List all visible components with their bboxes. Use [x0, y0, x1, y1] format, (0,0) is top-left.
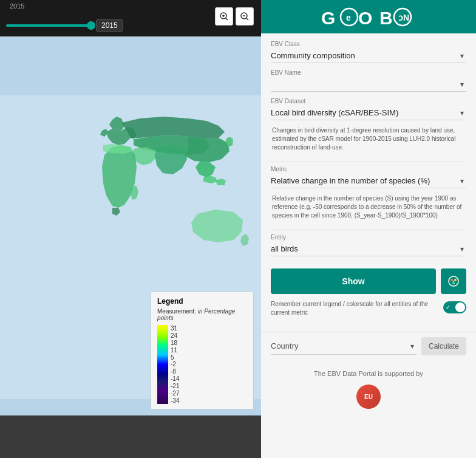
ebv-class-label: EBV Class	[271, 41, 466, 47]
ebv-dataset-group: EBV Dataset Local bird diversity (cSAR/B…	[271, 98, 466, 120]
legend-box: Legend Measurement: in Percentage points…	[151, 292, 254, 409]
zoom-out-icon	[240, 12, 249, 21]
right-panel: G e O B ɔN EBV Class Community compositi…	[261, 0, 476, 458]
geo-bon-logo: G e O B ɔN	[320, 5, 417, 29]
toggle-switch[interactable]: ✓	[443, 301, 466, 313]
sponsor-logos: EU	[271, 385, 466, 409]
ebv-class-group: EBV Class Community composition	[271, 41, 466, 63]
legend-value-31: 31	[171, 325, 179, 332]
zoom-in-icon	[220, 12, 228, 21]
ebv-dataset-select-wrapper: Local bird diversity (cSAR/BES-SIM)	[271, 106, 466, 120]
ebv-name-label: EBV Name	[271, 69, 466, 76]
timeline-year-label: 2015	[10, 2, 24, 10]
metric-group: Metric Relative change in the number of …	[271, 166, 466, 188]
legend-title: Legend	[157, 297, 247, 306]
app-header: G e O B ɔN	[261, 0, 476, 33]
divider-1	[271, 162, 466, 162]
ebv-dataset-select[interactable]: Local bird diversity (cSAR/BES-SIM)	[271, 106, 466, 120]
legend-value-11: 11	[171, 347, 179, 354]
entity-select[interactable]: all birds	[271, 242, 466, 256]
zoom-controls	[215, 7, 254, 26]
action-row: Show	[271, 268, 466, 294]
metric-description: Relative change in the number of species…	[271, 194, 466, 220]
ebv-class-select[interactable]: Community composition	[271, 49, 466, 63]
svg-text:G: G	[321, 8, 335, 28]
footer-section: The EBV Data Portal is supported by EU	[261, 360, 476, 419]
show-button[interactable]: Show	[271, 268, 436, 294]
legend-labels: 31 24 18 11 5 -2 -8 -14 -21 -27 -34	[171, 325, 179, 404]
svg-point-17	[454, 279, 457, 281]
legend-value--8: -8	[171, 368, 179, 375]
legend-measurement-label: Measurement:	[157, 308, 196, 315]
sponsor-logo-1: EU	[356, 385, 381, 409]
svg-line-3	[226, 18, 228, 21]
timeline-track[interactable]	[6, 24, 91, 27]
entity-group: Entity all birds	[271, 234, 466, 256]
legend-value--2: -2	[171, 361, 179, 367]
timeline-bar: 2015 2015	[0, 0, 261, 36]
legend-value-24: 24	[171, 332, 179, 339]
metric-select-wrapper: Relative change in the number of species…	[271, 174, 466, 188]
ebv-name-group: EBV Name	[271, 69, 466, 92]
sponsor-logo-1-text: EU	[364, 394, 373, 400]
legend-value--27: -27	[171, 390, 179, 397]
ebv-name-select-wrapper	[271, 77, 466, 92]
ebv-dataset-label: EBV Dataset	[271, 98, 466, 104]
country-select[interactable]: Country	[271, 338, 416, 355]
svg-point-19	[453, 281, 454, 282]
country-section: Country Calculate	[261, 332, 476, 360]
map-area[interactable]: Legend Measurement: in Percentage points…	[0, 36, 261, 458]
svg-point-16	[450, 279, 453, 281]
toggle-text: Remember current legend / colorscale for…	[271, 300, 438, 317]
svg-point-18	[452, 282, 455, 284]
entity-label: Entity	[271, 234, 466, 241]
palette-icon	[447, 275, 460, 287]
timeline-dot	[87, 21, 95, 30]
dataset-description: Changes in bird diversity at 1-degree re…	[271, 126, 466, 152]
country-select-wrapper: Country	[271, 338, 416, 355]
legend-measurement: Measurement: in Percentage points	[157, 308, 247, 321]
toggle-row: Remember current legend / colorscale for…	[271, 300, 466, 317]
legend-value--21: -21	[171, 383, 179, 389]
calculate-button[interactable]: Calculate	[421, 337, 466, 355]
metric-select[interactable]: Relative change in the number of species…	[271, 174, 466, 188]
timeline-year-badge: 2015	[96, 19, 123, 32]
legend-gradient-bar	[157, 325, 168, 404]
entity-select-wrapper: all birds	[271, 242, 466, 256]
svg-text:O: O	[358, 8, 372, 28]
svg-text:e: e	[346, 13, 351, 22]
legend-value--34: -34	[171, 397, 179, 404]
zoom-out-button[interactable]	[236, 7, 254, 26]
palette-button[interactable]	[441, 268, 466, 294]
legend-value-18: 18	[171, 340, 179, 346]
ebv-name-select[interactable]	[271, 77, 466, 92]
footer-text: The EBV Data Portal is supported by	[271, 370, 466, 377]
divider-2	[271, 230, 466, 230]
toggle-check-icon: ✓	[446, 304, 450, 310]
svg-text:ɔN: ɔN	[398, 13, 409, 22]
bottom-strip	[0, 415, 261, 458]
svg-text:B: B	[379, 8, 393, 28]
legend-value--14: -14	[171, 375, 179, 382]
zoom-in-button[interactable]	[215, 7, 233, 26]
left-panel: 2015 2015	[0, 0, 261, 458]
form-area: EBV Class Community composition EBV Name…	[261, 33, 476, 332]
ebv-class-select-wrapper: Community composition	[271, 49, 466, 63]
legend-gradient-row: 31 24 18 11 5 -2 -8 -14 -21 -27 -34	[157, 325, 247, 404]
timeline-progress	[6, 24, 91, 27]
metric-label: Metric	[271, 166, 466, 173]
svg-line-6	[246, 18, 249, 21]
legend-value-5: 5	[171, 354, 179, 361]
